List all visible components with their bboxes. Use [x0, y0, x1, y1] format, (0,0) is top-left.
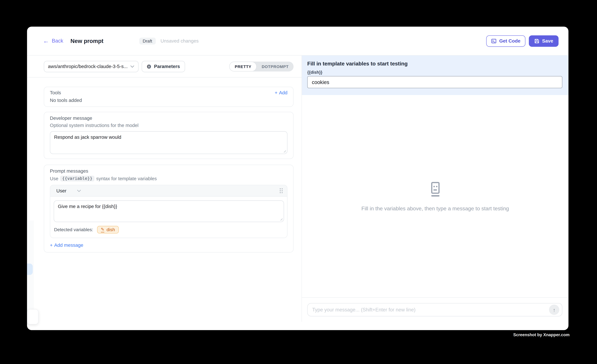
- editor-content: Tools + Add No tools added Developer mes…: [27, 77, 301, 322]
- pencil-icon: ✎: [101, 227, 104, 232]
- tools-empty-text: No tools added: [50, 98, 288, 103]
- detected-variables-row: Detected variables: ✎ dish: [54, 222, 284, 238]
- card-footer: [27, 322, 568, 330]
- get-code-button[interactable]: Get Code: [486, 35, 525, 47]
- plus-icon: +: [50, 243, 53, 248]
- stage: ← Back New prompt Draft Unsaved changes …: [0, 0, 597, 364]
- header: ← Back New prompt Draft Unsaved changes …: [27, 27, 568, 55]
- toggle-pretty[interactable]: PRETTY: [229, 61, 257, 71]
- prompt-messages-title: Prompt messages: [50, 168, 288, 174]
- terminal-icon: [491, 38, 497, 44]
- background-sidebar-highlight: [27, 264, 33, 275]
- background-popover: [27, 309, 38, 324]
- back-arrow-icon: ←: [43, 38, 49, 44]
- send-arrow-icon: ↑: [553, 307, 556, 313]
- unsaved-changes-text: Unsaved changes: [160, 38, 199, 44]
- hint-suffix: syntax for template variables: [96, 176, 157, 181]
- message-group: User G: [50, 185, 288, 238]
- editor-panel: aws/anthropic/bedrock-claude-3-5-s... ⚙ …: [27, 56, 302, 322]
- prompt-messages-card: Prompt messages Use {{variable}} syntax …: [44, 165, 294, 252]
- detected-variables-label: Detected variables:: [54, 227, 93, 232]
- prompt-editor-window: ← Back New prompt Draft Unsaved changes …: [27, 27, 568, 330]
- view-toggle: PRETTY DOTPROMPT: [229, 61, 294, 71]
- plus-icon: +: [275, 90, 277, 95]
- toggle-dotprompt[interactable]: DOTPROMPT: [257, 61, 293, 71]
- message-textarea[interactable]: Give me a recipe for {{dish}}: [54, 200, 284, 222]
- robot-face-icon: [427, 181, 443, 197]
- variable-value-input[interactable]: [307, 76, 562, 88]
- back-label: Back: [52, 38, 63, 44]
- developer-message-value: Respond as jack sparrow would: [54, 135, 121, 140]
- role-select-value: User: [56, 188, 66, 193]
- prompt-messages-hint: Use {{variable}} syntax for template var…: [50, 176, 288, 181]
- chevron-down-icon: [130, 65, 134, 68]
- model-select[interactable]: aws/anthropic/bedrock-claude-3-5-s...: [44, 61, 139, 72]
- get-code-label: Get Code: [499, 38, 520, 44]
- drag-handle-icon[interactable]: [280, 188, 283, 193]
- developer-message-title: Developer message: [50, 116, 288, 121]
- save-button[interactable]: Save: [529, 35, 558, 47]
- hint-code: {{variable}}: [60, 176, 94, 181]
- resize-handle[interactable]: [283, 149, 286, 152]
- developer-message-textarea[interactable]: Respond as jack sparrow would: [50, 131, 288, 154]
- chevron-down-icon: [77, 189, 81, 192]
- gear-icon: ⚙: [147, 64, 151, 69]
- developer-message-card: Developer message Optional system instru…: [44, 112, 294, 159]
- tools-card: Tools + Add No tools added: [44, 87, 294, 107]
- editor-toolbar: aws/anthropic/bedrock-claude-3-5-s... ⚙ …: [27, 56, 301, 78]
- back-button[interactable]: ← Back: [43, 38, 63, 44]
- tools-title: Tools: [50, 90, 61, 95]
- header-actions: Get Code Save: [486, 35, 559, 47]
- message-value: Give me a recipe for {{dish}}: [58, 204, 117, 209]
- save-icon: [534, 38, 539, 44]
- chat-input-row: ↑: [302, 297, 568, 322]
- variable-chip-label: dish: [107, 227, 115, 232]
- variable-chip-dish[interactable]: ✎ dish: [97, 226, 119, 234]
- status-badge: Draft: [139, 38, 156, 44]
- add-tool-button[interactable]: + Add: [275, 90, 287, 95]
- body: aws/anthropic/bedrock-claude-3-5-s... ⚙ …: [27, 56, 568, 322]
- chat-empty-text: Fill in the variables above, then type a…: [361, 205, 509, 211]
- test-panel: Fill in template variables to start test…: [302, 56, 568, 322]
- hint-prefix: Use: [50, 176, 58, 181]
- parameters-label: Parameters: [154, 64, 180, 69]
- template-variables-title: Fill in template variables to start test…: [307, 61, 562, 67]
- message-role-row: User: [50, 185, 287, 197]
- variable-name-label: {{dish}}: [307, 70, 562, 75]
- resize-handle[interactable]: [279, 217, 283, 220]
- role-select[interactable]: User: [56, 188, 81, 193]
- save-label: Save: [542, 38, 553, 44]
- chat-empty-state: Fill in the variables above, then type a…: [302, 95, 568, 297]
- model-select-value: aws/anthropic/bedrock-claude-3-5-s...: [48, 64, 128, 69]
- parameters-button[interactable]: ⚙ Parameters: [142, 61, 185, 72]
- send-button[interactable]: ↑: [549, 305, 559, 315]
- page-title: New prompt: [71, 38, 103, 44]
- add-message-label: Add message: [54, 243, 83, 248]
- watermark: Screenshot by Xnapper.com: [513, 333, 570, 337]
- message-group-body: Give me a recipe for {{dish}} Detected v…: [50, 197, 287, 238]
- developer-message-subtitle: Optional system instructions for the mod…: [50, 123, 288, 128]
- template-variables-panel: Fill in template variables to start test…: [302, 56, 568, 95]
- add-tool-label: Add: [279, 90, 287, 95]
- chat-message-input[interactable]: [307, 303, 562, 316]
- add-message-button[interactable]: + Add message: [50, 243, 288, 248]
